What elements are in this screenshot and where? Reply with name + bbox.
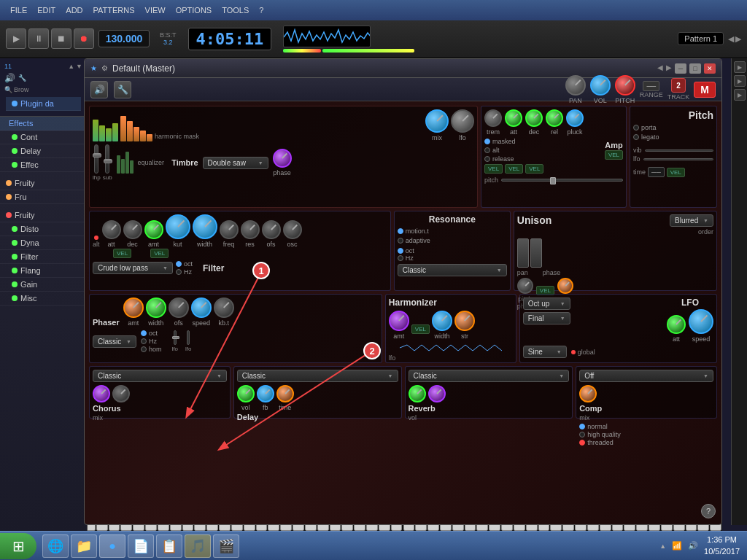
harmonic-bar-2[interactable] bbox=[99, 125, 105, 141]
sub-fader[interactable] bbox=[105, 144, 109, 174]
search-icon[interactable]: 🔍 bbox=[4, 86, 12, 93]
speaker-icon[interactable]: 🔊 bbox=[4, 73, 15, 83]
chorus-type-dropdown[interactable]: Classic bbox=[93, 370, 227, 382]
phaser-lfo-fader[interactable] bbox=[174, 330, 177, 345]
filter-oct-radio[interactable] bbox=[176, 261, 182, 267]
stop-button[interactable]: ⏹ bbox=[51, 28, 71, 49]
sidebar-delay[interactable]: Delay bbox=[0, 144, 87, 158]
phaser-hz-radio[interactable] bbox=[141, 338, 147, 344]
lfo-type-dropdown[interactable]: Sine bbox=[523, 346, 567, 358]
down-icon[interactable]: ▼ bbox=[76, 63, 82, 70]
tray-up-icon[interactable]: ▲ bbox=[659, 542, 666, 550]
dec-vel[interactable]: VEL bbox=[505, 164, 523, 174]
amp-vel-badge[interactable]: VEL bbox=[605, 150, 623, 160]
sidebar-fruity2[interactable]: Fruity bbox=[0, 209, 87, 222]
lfo-speed-knob[interactable]: speed bbox=[689, 309, 713, 343]
taskbar-fl[interactable]: 🎵 bbox=[185, 534, 211, 558]
filter-ofs-knob[interactable]: ofs bbox=[262, 220, 281, 248]
porta-radio[interactable] bbox=[633, 125, 639, 131]
filter-width-knob[interactable]: width bbox=[193, 214, 217, 248]
pitch-main-knob[interactable]: PITCH bbox=[615, 75, 635, 104]
maximize-button[interactable]: □ bbox=[689, 63, 701, 74]
release-radio[interactable] bbox=[484, 156, 490, 162]
lfo-knob[interactable]: lfo bbox=[451, 109, 474, 141]
sidebar-flang[interactable]: Flang bbox=[0, 264, 87, 278]
menu-view[interactable]: VIEW bbox=[141, 4, 170, 16]
lfo-att-knob[interactable]: att bbox=[667, 315, 686, 343]
phaser-speed-knob[interactable]: speed bbox=[191, 298, 212, 327]
reverb-type-dropdown[interactable]: Classic bbox=[409, 370, 570, 382]
harmonic-bar-9[interactable] bbox=[147, 134, 152, 141]
oct-up-dropdown[interactable]: Oct up bbox=[523, 298, 570, 310]
pan-knob[interactable]: PAN bbox=[565, 75, 586, 104]
filter-amt-vel[interactable]: VEL bbox=[150, 249, 169, 258]
play-button[interactable]: ▶ bbox=[6, 28, 26, 49]
rel-knob[interactable]: rel bbox=[546, 109, 563, 136]
plugin-settings-icon[interactable]: ⚙ bbox=[101, 64, 108, 72]
strip-btn-1[interactable]: ▶ bbox=[734, 61, 746, 73]
masked-option[interactable]: masked bbox=[484, 138, 516, 145]
sidebar-filter[interactable]: Filter bbox=[0, 250, 87, 264]
res-hz-option[interactable]: Hz bbox=[398, 254, 507, 262]
menu-tools[interactable]: TOOLS bbox=[217, 4, 253, 16]
filter-hz-radio[interactable] bbox=[176, 269, 182, 275]
att-vel[interactable]: VEL bbox=[484, 164, 503, 174]
harmonic-bar-7[interactable] bbox=[133, 127, 139, 141]
pitch-slider[interactable] bbox=[501, 179, 623, 182]
record-button[interactable]: ⏺ bbox=[74, 28, 94, 49]
start-button[interactable]: ⊞ bbox=[0, 533, 36, 559]
harmonic-bar-1[interactable] bbox=[93, 120, 98, 141]
phase-knob[interactable]: phase bbox=[273, 149, 292, 176]
phaser-hom-radio[interactable] bbox=[141, 346, 147, 352]
lhp-fader[interactable] bbox=[94, 144, 98, 174]
filter-oct-option[interactable]: oct bbox=[176, 260, 193, 268]
trem-knob[interactable]: trem bbox=[484, 109, 502, 136]
masked-radio[interactable] bbox=[484, 139, 490, 144]
vol-knob[interactable]: VOL bbox=[590, 75, 611, 104]
plugin-star-icon[interactable]: ★ bbox=[90, 64, 97, 72]
filter-att-vel[interactable]: VEL bbox=[113, 249, 131, 258]
filter-hz-option[interactable]: Hz bbox=[176, 268, 193, 276]
filter-freq-knob[interactable]: freq bbox=[220, 220, 239, 248]
res-oct-radio[interactable] bbox=[398, 248, 403, 254]
rel-vel[interactable]: VEL bbox=[525, 164, 543, 174]
normal-radio[interactable] bbox=[579, 424, 585, 429]
pause-button[interactable]: ⏸ bbox=[28, 28, 49, 49]
up-icon[interactable]: ▲ bbox=[68, 63, 74, 70]
filter-amt-knob[interactable]: amt bbox=[144, 220, 163, 248]
phaser-amt-knob[interactable]: amt bbox=[123, 298, 144, 327]
filter-type-dropdown[interactable]: Crude low pass bbox=[93, 262, 173, 274]
strip-btn-3[interactable]: ▶ bbox=[734, 89, 746, 101]
adaptive-option[interactable]: adaptive bbox=[398, 237, 507, 244]
phaser-oct-option[interactable]: oct bbox=[141, 330, 162, 337]
motion-t-option[interactable]: motion.t bbox=[398, 228, 429, 235]
sidebar-effects[interactable]: Effects bbox=[0, 117, 87, 131]
att-knob[interactable]: att bbox=[505, 109, 522, 136]
chorus-knob-1[interactable] bbox=[93, 385, 110, 402]
comp-type-dropdown[interactable]: Off bbox=[579, 370, 713, 382]
menu-file[interactable]: FILE bbox=[6, 4, 31, 16]
sidebar-fruity1[interactable]: Fruity bbox=[0, 176, 87, 190]
taskbar-media[interactable]: 🎬 bbox=[213, 534, 239, 558]
legato-radio[interactable] bbox=[633, 134, 639, 140]
eq-bar-1[interactable] bbox=[117, 155, 120, 174]
pattern-next[interactable]: ▶ bbox=[735, 34, 741, 44]
minimize-button[interactable]: ─ bbox=[675, 63, 686, 74]
eq-bar-4[interactable] bbox=[130, 160, 133, 174]
help-button[interactable]: ? bbox=[701, 504, 716, 518]
legato-option[interactable]: legato bbox=[633, 133, 713, 141]
taskbar-pdf[interactable]: 📄 bbox=[128, 534, 154, 558]
strip-btn-2[interactable]: ▶ bbox=[734, 75, 746, 87]
close-button[interactable]: ✕ bbox=[704, 63, 716, 74]
filter-dec-knob[interactable]: dec bbox=[123, 220, 142, 248]
harmonizer-width-knob[interactable]: width bbox=[432, 311, 452, 340]
phaser-type-dropdown[interactable]: Classic bbox=[93, 335, 136, 348]
phaser-hom-option[interactable]: hom bbox=[141, 346, 162, 353]
wrench-icon[interactable]: 🔧 bbox=[18, 74, 26, 82]
sidebar-dyna[interactable]: Dyna bbox=[0, 236, 87, 250]
sidebar-item-plugin[interactable]: Plugin da bbox=[6, 97, 81, 111]
porta-option[interactable]: porta bbox=[633, 124, 713, 131]
delay-type-dropdown[interactable]: Classic bbox=[237, 370, 398, 382]
resonance-classic-dropdown[interactable]: Classic bbox=[398, 264, 507, 276]
phaser-ofs-knob[interactable]: ofs bbox=[169, 298, 189, 327]
